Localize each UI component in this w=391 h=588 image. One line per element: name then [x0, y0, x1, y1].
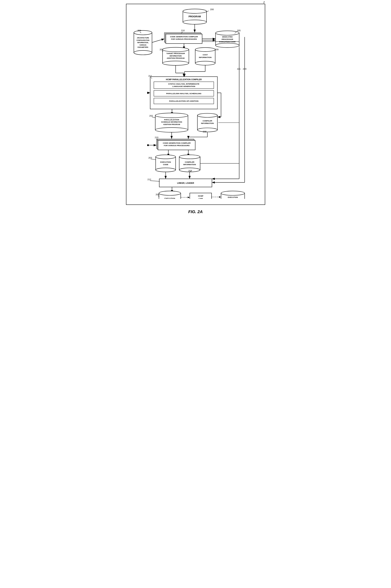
svg-text:COMPILER: COMPILER	[185, 161, 194, 163]
svg-text:INFORMATION: INFORMATION	[183, 163, 196, 165]
label-204: 204	[137, 29, 141, 32]
svg-text:HCMP PARALLELIZATION COMPILER: HCMP PARALLELIZATION COMPILER	[166, 78, 202, 81]
hcmp-chip-node: HCMP CHIP	[190, 193, 211, 199]
svg-point-18	[215, 43, 239, 47]
label-205: 205	[237, 29, 241, 32]
label-200: 200	[210, 8, 214, 10]
compiler-info-208-node: COMPILER INFORMATION	[197, 113, 217, 132]
program-node: PROGRAM	[183, 9, 206, 24]
svg-line-64	[152, 117, 156, 118]
execution-code-node: EXECUTION CODE	[156, 155, 176, 172]
svg-point-33	[195, 61, 215, 65]
target-processor-node: TARGET PROCESSOR INFORMATION ADDITION PR…	[163, 47, 189, 66]
svg-point-91	[179, 155, 200, 159]
linker-loader-node: LINKER, LOADER	[159, 179, 212, 187]
compiler-info-207-node: COMPILER INFORMATION	[179, 155, 200, 172]
svg-text:ARCHITECTURE: ARCHITECTURE	[137, 37, 149, 39]
svg-point-67	[197, 128, 217, 132]
label-209: 209	[215, 48, 218, 51]
svg-text:EXECUTION: EXECUTION	[228, 196, 238, 198]
svg-point-85	[156, 155, 176, 159]
svg-text:PARALLELISM ANALYSIS, SCHEDULI: PARALLELISM ANALYSIS, SCHEDULING	[166, 92, 201, 95]
label-211: 211	[148, 75, 152, 77]
label-201: 201	[160, 48, 163, 51]
svg-line-142	[152, 39, 164, 42]
svg-point-59	[155, 113, 188, 118]
svg-text:FOR VARIOUS PROCESSORS: FOR VARIOUS PROCESSORS	[171, 38, 197, 40]
svg-text:COMPILER: COMPILER	[202, 120, 212, 122]
execution-object-node: EXECUTION OBJECT	[159, 191, 181, 199]
svg-text:CODE: CODE	[163, 163, 168, 165]
svg-point-135	[134, 50, 152, 55]
svg-point-125	[221, 191, 245, 195]
svg-text:SYNTAX ANALYSIS, INTERMEDIATE: SYNTAX ANALYSIS, INTERMEDIATE	[168, 83, 199, 85]
page-container: 2	[122, 4, 269, 214]
svg-line-106	[150, 180, 160, 181]
label-203: 203	[148, 157, 152, 159]
fig-ref: 2	[263, 1, 265, 4]
figure-caption: FIG. 2A	[188, 209, 203, 214]
execution-profile-node: EXECUTION PROFILE INFORMATION	[221, 191, 245, 199]
svg-text:SCHEDULE INFORMATION: SCHEDULE INFORMATION	[161, 121, 182, 123]
svg-text:EXECUTION: EXECUTION	[164, 197, 175, 199]
svg-point-4	[183, 9, 206, 13]
svg-point-25	[163, 47, 189, 52]
code-gen-compiler-top: CODE GENERATION COMPILER FOR VARIOUS PRO…	[164, 33, 202, 43]
label-206: 206	[156, 193, 159, 196]
code-gen-compiler-bottom: CODE GENERATION COMPILER FOR VARIOUS PRO…	[157, 139, 195, 150]
label-208: 208	[203, 131, 206, 133]
svg-text:PARAMETERS: PARAMETERS	[137, 46, 148, 48]
svg-text:EXECUTION: EXECUTION	[160, 161, 171, 163]
svg-text:LANGUAGE GENERATION: LANGUAGE GENERATION	[172, 85, 195, 87]
svg-point-32	[195, 48, 215, 52]
svg-text:INFORMATION: INFORMATION	[170, 55, 182, 57]
svg-text:INFORMATION: INFORMATION	[199, 56, 211, 58]
diagram-svg: PROGRAM 200 CODE GENERATION COMPILER FOR…	[132, 8, 259, 199]
svg-text:CHIP: CHIP	[198, 197, 203, 199]
svg-text:INFORMATION,: INFORMATION,	[137, 42, 148, 43]
svg-text:CODE GENERATION COMPILER: CODE GENERATION COMPILER	[163, 142, 191, 144]
label-202: 202	[149, 115, 153, 117]
svg-text:INFORMATION: INFORMATION	[201, 122, 214, 124]
svg-text:ADDITION PROGRAM: ADDITION PROGRAM	[163, 124, 180, 125]
svg-point-109	[159, 191, 181, 195]
program-label: PROGRAM	[189, 15, 201, 18]
svg-point-60	[155, 128, 188, 132]
label-221: 221	[237, 68, 241, 70]
svg-point-26	[163, 61, 189, 65]
cost-information-node: COST INFORMATION	[195, 48, 215, 65]
svg-text:COST: COST	[202, 54, 208, 56]
parallelization-schedule-node: PARALLELIZATION SCHEDULE INFORMATION ADD…	[155, 113, 188, 132]
svg-text:LINKER, LOADER: LINKER, LOADER	[177, 182, 194, 184]
svg-point-86	[156, 168, 176, 172]
svg-text:ADDITION PROGRAM: ADDITION PROGRAM	[167, 57, 185, 59]
svg-text:DEDICATED: DEDICATED	[222, 36, 233, 38]
label-210-top: 210	[181, 29, 185, 32]
dedicated-processor-node: DEDICATED PROCESSOR EXECUTION CODE	[215, 31, 239, 48]
svg-line-6	[206, 11, 208, 12]
svg-text:TARGET PROCESSOR: TARGET PROCESSOR	[166, 52, 185, 54]
svg-point-5	[183, 20, 206, 24]
svg-text:PROCESSOR: PROCESSOR	[221, 38, 233, 40]
svg-point-66	[197, 113, 217, 117]
svg-point-134	[134, 30, 152, 35]
svg-text:VARIOUS: VARIOUS	[139, 44, 146, 46]
hcmp-parallelization-compiler: HCMP PARALLELIZATION COMPILER SYNTAX ANA…	[150, 77, 217, 109]
diagram-border: 2	[126, 4, 265, 205]
label-212: 212	[147, 178, 151, 180]
svg-text:CODE GENERATION COMPILER: CODE GENERATION COMPILER	[170, 36, 198, 38]
svg-point-17	[215, 31, 239, 35]
svg-text:HCMP: HCMP	[198, 195, 203, 197]
svg-text:FOR VARIOUS PROCESSORS: FOR VARIOUS PROCESSORS	[164, 145, 190, 147]
arch-config-node: ARCHITECTURE CONFIGURATION INFORMATION, …	[134, 30, 152, 55]
svg-text:PARALLELIZATION API ADDITION: PARALLELIZATION API ADDITION	[169, 100, 198, 102]
svg-text:PARALLELIZATION: PARALLELIZATION	[164, 119, 179, 121]
label-210-bottom: 210	[155, 136, 158, 139]
svg-text:CONFIGURATION: CONFIGURATION	[136, 39, 149, 41]
svg-line-89	[151, 159, 156, 160]
